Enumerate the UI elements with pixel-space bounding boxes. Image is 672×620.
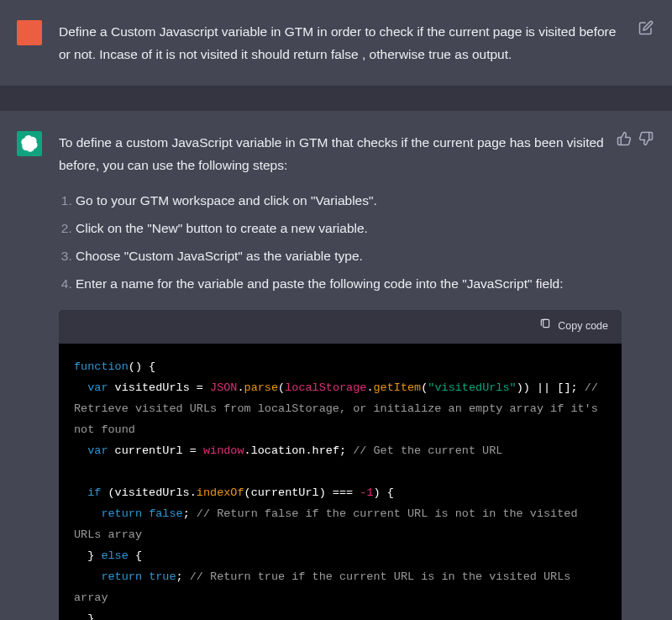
list-item: Enter a name for the variable and paste …: [76, 272, 622, 295]
message-gap: [0, 86, 672, 111]
svg-rect-0: [543, 319, 549, 327]
assistant-intro: To define a custom JavaScript variable i…: [59, 131, 622, 176]
user-message-row: Define a Custom Javascript variable in G…: [0, 0, 672, 86]
code-content[interactable]: function() { var visitedUrls = JSON.pars…: [59, 344, 622, 620]
user-avatar: [17, 20, 42, 45]
list-item: Click on the "New" button to create a ne…: [76, 217, 622, 239]
thumbs-down-icon[interactable]: [638, 131, 654, 146]
copy-code-button[interactable]: Copy code: [539, 318, 608, 336]
copy-code-label: Copy code: [558, 318, 608, 336]
assistant-actions: [617, 131, 654, 146]
thumbs-up-icon[interactable]: [617, 131, 632, 146]
assistant-message-content: To define a custom JavaScript variable i…: [59, 131, 655, 620]
edit-icon[interactable]: [638, 20, 654, 35]
assistant-message-row: To define a custom JavaScript variable i…: [0, 111, 672, 620]
code-block: Copy code function() { var visitedUrls =…: [59, 310, 622, 620]
assistant-avatar: [17, 131, 42, 156]
user-actions: [638, 20, 654, 35]
user-message-text: Define a Custom Javascript variable in G…: [59, 20, 655, 66]
clipboard-icon: [539, 318, 551, 336]
steps-list: Go to your GTM workspace and click on "V…: [59, 189, 622, 296]
list-item: Go to your GTM workspace and click on "V…: [76, 189, 622, 212]
list-item: Choose "Custom JavaScript" as the variab…: [76, 244, 622, 267]
code-header: Copy code: [59, 310, 622, 344]
